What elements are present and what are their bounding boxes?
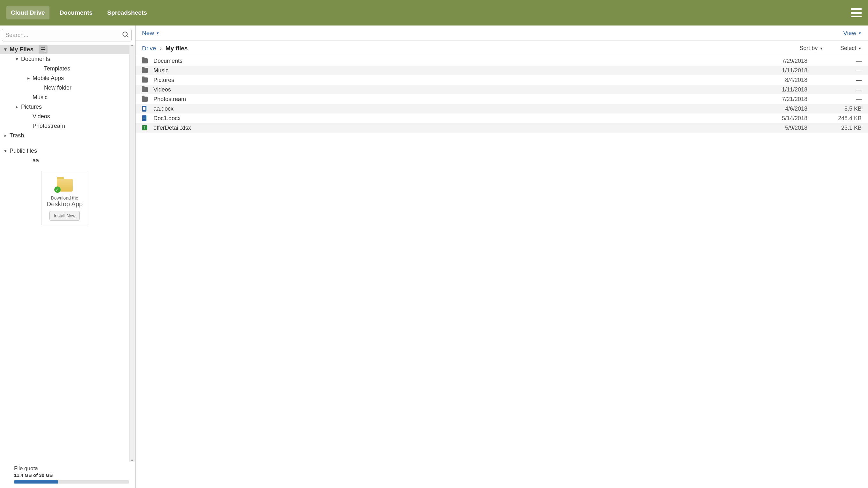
file-date: 8/4/2018 xyxy=(756,77,807,84)
tab-documents[interactable]: Documents xyxy=(55,6,97,20)
sidebar-scrollbar[interactable] xyxy=(129,45,135,461)
file-row[interactable]: Doc1.docx5/14/2018248.4 KB xyxy=(135,113,868,123)
folder-icon xyxy=(142,68,148,73)
tab-cloud-drive[interactable]: Cloud Drive xyxy=(6,6,50,20)
tree-label: Photostream xyxy=(31,123,65,129)
quota-bar xyxy=(14,480,129,484)
quota-title: File quota xyxy=(14,465,129,472)
tree-templates[interactable]: ▸ Templates xyxy=(0,64,129,73)
folder-icon xyxy=(142,87,148,92)
tree-photostream[interactable]: ▸ Photostream xyxy=(0,121,129,131)
tree-public-aa[interactable]: ▸ aa xyxy=(0,156,129,165)
chevron-right-icon: › xyxy=(160,45,161,51)
file-name: Documents xyxy=(152,58,756,64)
folder-icon xyxy=(142,97,148,102)
view-label: View xyxy=(843,30,856,37)
file-date: 1/11/2018 xyxy=(756,67,807,74)
file-size: — xyxy=(807,58,862,64)
toolbar: New ▼ View ▼ xyxy=(135,26,868,41)
folder-icon: ✓ xyxy=(55,176,75,192)
file-date: 7/29/2018 xyxy=(756,58,807,64)
sidebar: ▼ My Files ▼ Documents ▸ Templates ▸ Mob… xyxy=(0,26,135,488)
promo-line1: Download the xyxy=(45,195,85,200)
sort-by-button[interactable]: Sort by ▼ xyxy=(799,45,823,52)
file-name: Music xyxy=(152,67,756,74)
tree-root-my-files[interactable]: ▼ My Files xyxy=(0,45,129,54)
file-size: 8.5 KB xyxy=(807,105,862,112)
check-icon: ✓ xyxy=(54,187,61,193)
caret-down-icon[interactable]: ▼ xyxy=(14,57,20,62)
file-name: Photostream xyxy=(152,96,756,103)
document-icon xyxy=(142,116,147,121)
file-size: — xyxy=(807,96,862,103)
tree-label: Documents xyxy=(20,56,50,63)
select-label: Select xyxy=(840,45,856,52)
tree-label: Public files xyxy=(8,148,37,154)
tree-pictures[interactable]: ▸ Pictures xyxy=(0,102,129,111)
desktop-app-promo: ✓ Download the Desktop App Install Now xyxy=(41,171,88,225)
file-name: aa.docx xyxy=(152,105,756,112)
file-quota: File quota 11.4 GB of 30 GB xyxy=(0,461,135,488)
new-label: New xyxy=(142,30,154,37)
install-now-button[interactable]: Install Now xyxy=(50,211,80,221)
tree-label: Mobile Apps xyxy=(31,75,64,82)
quota-usage: 11.4 GB of 30 GB xyxy=(14,473,129,478)
topbar-tabs: Cloud Drive Documents Spreadsheets xyxy=(6,6,152,20)
file-row[interactable]: Documents7/29/2018— xyxy=(135,56,868,66)
caret-down-icon[interactable]: ▼ xyxy=(3,47,8,52)
file-size: 23.1 KB xyxy=(807,125,862,131)
tree-new-folder[interactable]: ▸ New folder xyxy=(0,83,129,92)
file-row[interactable]: Photostream7/21/2018— xyxy=(135,94,868,104)
search-input[interactable] xyxy=(5,32,123,39)
search-box[interactable] xyxy=(2,29,132,41)
tree-label: Videos xyxy=(31,113,50,120)
search-icon[interactable] xyxy=(123,32,128,39)
tab-spreadsheets[interactable]: Spreadsheets xyxy=(103,6,152,20)
caret-down-icon: ▼ xyxy=(858,31,862,35)
tree-trash[interactable]: ▸ Trash xyxy=(0,131,129,140)
tree-documents[interactable]: ▼ Documents xyxy=(0,54,129,64)
tree-public-files[interactable]: ▼ Public files xyxy=(0,146,129,156)
file-list[interactable]: Documents7/29/2018—Music1/11/2018—Pictur… xyxy=(135,56,868,488)
sort-by-label: Sort by xyxy=(799,45,817,52)
list-icon[interactable] xyxy=(39,45,48,54)
file-row[interactable]: Music1/11/2018— xyxy=(135,66,868,75)
folder-tree[interactable]: ▼ My Files ▼ Documents ▸ Templates ▸ Mob… xyxy=(0,45,135,461)
caret-right-icon[interactable]: ▸ xyxy=(26,75,31,80)
tree-label: Trash xyxy=(8,132,24,139)
file-name: offerDetail.xlsx xyxy=(152,125,756,131)
menu-icon[interactable] xyxy=(851,8,862,17)
tree-root-label: My Files xyxy=(8,46,33,53)
file-date: 4/6/2018 xyxy=(756,105,807,112)
document-icon xyxy=(142,106,147,111)
breadcrumb-current: My files xyxy=(165,45,188,52)
caret-right-icon[interactable]: ▸ xyxy=(3,133,8,138)
caret-down-icon: ▼ xyxy=(858,46,862,51)
caret-down-icon[interactable]: ▼ xyxy=(3,148,8,153)
breadcrumb-root[interactable]: Drive xyxy=(142,45,156,52)
view-button[interactable]: View ▼ xyxy=(843,30,862,37)
tree-music[interactable]: ▸ Music xyxy=(0,92,129,102)
caret-down-icon: ▼ xyxy=(819,46,823,51)
file-name: Pictures xyxy=(152,77,756,84)
file-row[interactable]: aa.docx4/6/20188.5 KB xyxy=(135,104,868,113)
file-row[interactable]: offerDetail.xlsx5/9/201823.1 KB xyxy=(135,123,868,133)
tree-label: aa xyxy=(31,157,39,164)
file-row[interactable]: Pictures8/4/2018— xyxy=(135,75,868,85)
select-button[interactable]: Select ▼ xyxy=(840,45,862,52)
file-name: Doc1.docx xyxy=(152,115,756,122)
file-size: — xyxy=(807,67,862,74)
tree-label: Pictures xyxy=(20,104,42,110)
tree-videos[interactable]: ▸ Videos xyxy=(0,111,129,121)
folder-icon xyxy=(142,58,148,63)
file-date: 5/9/2018 xyxy=(756,125,807,131)
tree-mobile-apps[interactable]: ▸ Mobile Apps xyxy=(0,73,129,83)
quota-fill xyxy=(14,480,58,484)
file-size: — xyxy=(807,86,862,93)
new-button[interactable]: New ▼ xyxy=(142,30,159,37)
breadcrumb-bar: Drive › My files Sort by ▼ Select ▼ xyxy=(135,41,868,56)
file-row[interactable]: Videos1/11/2018— xyxy=(135,85,868,94)
file-size: 248.4 KB xyxy=(807,115,862,122)
tree-label: New folder xyxy=(43,85,71,91)
caret-right-icon[interactable]: ▸ xyxy=(14,104,20,109)
